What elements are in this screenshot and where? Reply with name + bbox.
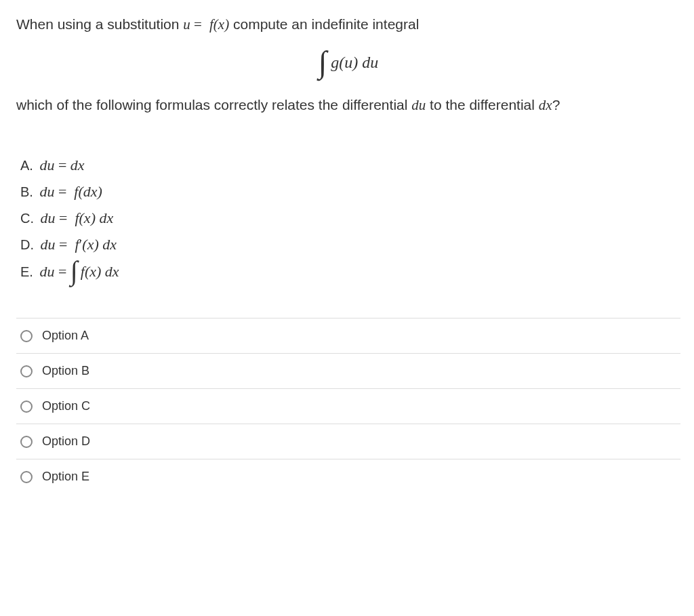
- option-e[interactable]: Option E: [16, 459, 680, 494]
- q2-du: du: [411, 97, 426, 113]
- q2-dx: dx: [539, 97, 552, 113]
- rhs: dx: [70, 157, 85, 173]
- answer-label: A.: [20, 158, 33, 173]
- radio-options: Option A Option B Option C Option D Opti…: [16, 318, 680, 494]
- radio-icon[interactable]: [20, 436, 33, 448]
- eq: =: [54, 263, 70, 280]
- lhs: du: [39, 263, 54, 280]
- answer-label: E.: [20, 264, 33, 279]
- integrand-g: g: [331, 53, 339, 70]
- integral-sign-icon: ∫: [70, 258, 78, 285]
- lhs: du: [39, 157, 54, 173]
- eq: =: [56, 209, 71, 226]
- answer-e: E. du = ∫f(x) dx: [20, 260, 680, 287]
- q-text-1: When using a substitution: [16, 16, 183, 32]
- eq: =: [54, 183, 70, 200]
- rhs-arg: (x) dx: [82, 236, 117, 253]
- radio-icon[interactable]: [20, 365, 33, 377]
- rhs-arg: (x) dx: [85, 263, 119, 280]
- q-sub-eq: =: [190, 16, 205, 33]
- integral-sign-icon: ∫: [319, 47, 327, 78]
- integrand-u: (u): [339, 53, 358, 70]
- q-sub-rhs: f(x): [209, 16, 229, 33]
- q2-end: ?: [552, 97, 560, 112]
- answer-label: D.: [20, 237, 34, 252]
- option-b[interactable]: Option B: [16, 353, 680, 388]
- q-sub-lhs: u: [183, 16, 190, 33]
- rhs-arg: (x) dx: [79, 209, 114, 226]
- q2-mid: to the differential: [426, 97, 539, 112]
- answer-d: D. du = f′(x) dx: [20, 233, 680, 255]
- integrand-du: du: [358, 53, 378, 70]
- eq: =: [54, 157, 70, 173]
- eq: =: [56, 236, 71, 253]
- option-a[interactable]: Option A: [16, 318, 680, 353]
- rhs-arg: (dx): [78, 183, 102, 200]
- answer-b: B. du = f(dx): [20, 180, 680, 203]
- option-label: Option E: [42, 468, 89, 486]
- option-label: Option D: [42, 432, 90, 451]
- answer-c: C. du = f(x) dx: [20, 207, 680, 229]
- radio-icon[interactable]: [20, 471, 33, 483]
- lhs: du: [39, 183, 54, 200]
- question-line1: When using a substitution u = f(x) compu…: [16, 14, 680, 36]
- option-d[interactable]: Option D: [16, 424, 680, 459]
- lhs: du: [41, 209, 56, 226]
- answer-label: B.: [20, 184, 33, 199]
- answer-a: A. du = dx: [20, 154, 680, 176]
- radio-icon[interactable]: [20, 330, 33, 342]
- display-integral: ∫g(u) du: [16, 48, 680, 79]
- q-text-2: compute an indefinite integral: [229, 16, 419, 32]
- option-label: Option B: [42, 362, 89, 380]
- option-label: Option A: [42, 327, 89, 345]
- option-c[interactable]: Option C: [16, 388, 680, 424]
- answer-list: A. du = dx B. du = f(dx) C. du = f(x) dx…: [20, 154, 680, 287]
- answer-label: C.: [20, 211, 34, 226]
- option-label: Option C: [42, 397, 90, 415]
- q2-pre: which of the following formulas correctl…: [16, 97, 411, 112]
- question-line2: which of the following formulas correctl…: [16, 94, 680, 117]
- lhs: du: [41, 236, 56, 253]
- radio-icon[interactable]: [20, 401, 33, 413]
